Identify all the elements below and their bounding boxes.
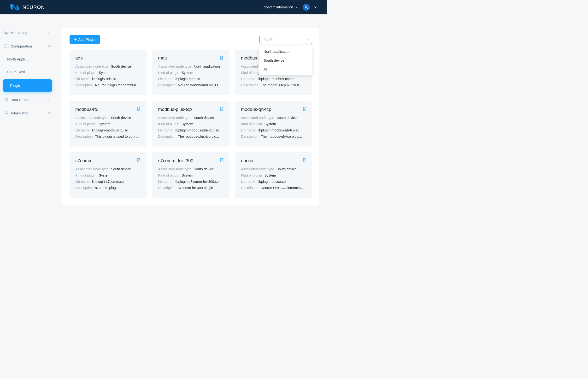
chevron-down-icon: [48, 31, 51, 34]
sidebar-sub-north[interactable]: North Appli...: [0, 53, 55, 65]
header: NEURON System Information: [0, 0, 327, 14]
add-plugin-button[interactable]: Add Plugin: [70, 35, 100, 44]
main-content: Add Plugin 请选择 North application South d…: [55, 14, 327, 211]
plugin-name: modbus-plus-tcp: [158, 107, 223, 112]
chevron-down-icon: [48, 111, 51, 114]
user-menu-chevron[interactable]: [314, 6, 317, 9]
document-icon[interactable]: [220, 55, 224, 60]
field-value: System: [264, 122, 276, 126]
field-label: Lib name: [75, 77, 90, 81]
field-label: Lib name: [75, 180, 90, 184]
field-label: Lib name: [158, 77, 172, 81]
svg-point-11: [7, 46, 7, 47]
field-value: Neuron northbound MQTT ...: [178, 83, 223, 87]
field-label: Lib name: [75, 128, 90, 132]
plus-icon: [74, 38, 77, 41]
sidebar-sub-south[interactable]: South Devi...: [0, 65, 55, 78]
field-value: South device: [194, 116, 214, 120]
field-value: System: [99, 71, 110, 75]
sidebar-label: Monitoring: [11, 31, 27, 35]
sidebar-label: Configuration: [11, 44, 32, 48]
field-value: libplugin-modbus-qh-tcp.so: [258, 128, 299, 132]
dropdown-option-all[interactable]: All: [259, 65, 312, 74]
field-value: System: [99, 122, 110, 126]
field-value: System: [182, 174, 193, 177]
field-label: Lib name: [241, 128, 255, 132]
svg-rect-5: [5, 31, 8, 33]
field-label: Associated node type: [75, 167, 109, 171]
field-value: System: [264, 174, 276, 177]
field-label: Kind of plugin: [75, 174, 96, 177]
field-label: Associated node type: [75, 116, 109, 120]
field-label: Associated node type: [158, 116, 191, 120]
field-label: Associated node type: [158, 64, 191, 68]
field-value: System: [99, 174, 110, 177]
field-value: This plugin is used to conn...: [95, 135, 139, 138]
document-icon[interactable]: [303, 107, 307, 111]
field-value: South device: [194, 167, 214, 171]
plugin-card: modbus-qh-tcpAssociated node typeSouth d…: [235, 101, 312, 147]
sidebar-item-administration[interactable]: Administrat...: [0, 106, 55, 120]
document-icon[interactable]: [303, 158, 307, 162]
user-icon: [4, 111, 9, 115]
field-label: Kind of plugin: [75, 71, 96, 75]
field-value: South device: [277, 167, 297, 171]
plugin-type-select[interactable]: 请选择 North application South device All: [260, 35, 312, 44]
chevron-up-icon: [48, 45, 51, 47]
document-icon[interactable]: [137, 107, 141, 111]
user-avatar-button[interactable]: [303, 4, 310, 11]
field-value: s7comm for 300 plugin: [178, 186, 213, 190]
monitor-icon: [4, 31, 9, 35]
field-value: The modbus-qh-tcp plugi...: [261, 135, 302, 138]
field-value: libplugin-opcua.so: [258, 180, 286, 184]
dropdown-option-south[interactable]: South device: [259, 56, 312, 65]
plugin-name: modbus-rtu: [75, 107, 141, 112]
field-value: South device: [111, 167, 131, 171]
field-value: South device: [111, 116, 131, 120]
field-label: Lib name: [158, 180, 172, 184]
field-value: South device: [111, 64, 131, 68]
svg-point-15: [7, 98, 8, 99]
chevron-down-icon: [314, 6, 317, 9]
document-icon[interactable]: [220, 158, 224, 162]
dropdown-option-north[interactable]: North application: [259, 47, 312, 56]
field-value: The modbus-plus-tcp plu...: [178, 135, 219, 138]
document-icon[interactable]: [137, 158, 141, 162]
field-value: libplugin-s7comm-for-300.so: [175, 180, 219, 184]
sidebar-submenu-configuration: North Appli... South Devi... Plugin: [0, 53, 55, 92]
chevron-down-icon: [48, 98, 51, 101]
sidebar-item-configuration[interactable]: Configuration: [0, 39, 55, 53]
field-value: North application: [194, 64, 220, 68]
logo-icon: [10, 4, 19, 11]
field-label: Description: [241, 135, 259, 138]
field-label: Associated node type: [241, 116, 274, 120]
field-label: Kind of plugin: [158, 174, 179, 177]
plugin-card: mqttAssociated node typeNorth applicatio…: [152, 50, 229, 95]
sliders-icon: [4, 44, 9, 48]
field-label: Description: [75, 186, 93, 190]
svg-point-18: [6, 111, 7, 113]
document-icon[interactable]: [220, 107, 224, 111]
plugin-card: s7commAssociated node typeSouth deviceKi…: [70, 152, 147, 198]
brand-name: NEURON: [23, 5, 45, 10]
field-value: libplugin-modbus-rtu.so: [92, 128, 128, 132]
sidebar-sub-plugin[interactable]: Plugin: [3, 79, 52, 92]
field-value: The modbus-tcp plugin is ...: [261, 83, 303, 87]
field-value: libplugin-modbus-plus-tcp.so: [175, 128, 219, 132]
sidebar-label: Administrat...: [11, 111, 32, 115]
chevron-down-icon: [295, 6, 298, 9]
sidebar-item-monitoring[interactable]: Monitoring: [0, 26, 55, 39]
sidebar-item-data-stream[interactable]: Data Strea...: [0, 93, 55, 106]
field-label: Description: [75, 83, 93, 87]
field-label: Lib name: [241, 180, 255, 184]
plugin-card: s7comm_for_300Associated node typeSouth …: [152, 152, 229, 198]
svg-point-4: [306, 6, 307, 7]
plugin-card: modbus-plus-tcpAssociated node typeSouth…: [152, 101, 229, 147]
field-label: Description: [158, 135, 175, 138]
system-information-menu[interactable]: System Information: [264, 5, 298, 9]
panel-toolbar: Add Plugin 请选择 North application South d…: [70, 35, 312, 44]
field-label: Description: [75, 135, 93, 138]
field-label: Description: [241, 83, 259, 87]
sidebar-label: Data Strea...: [11, 98, 31, 102]
sidebar: Monitoring Configuration North Appli... …: [0, 14, 55, 211]
